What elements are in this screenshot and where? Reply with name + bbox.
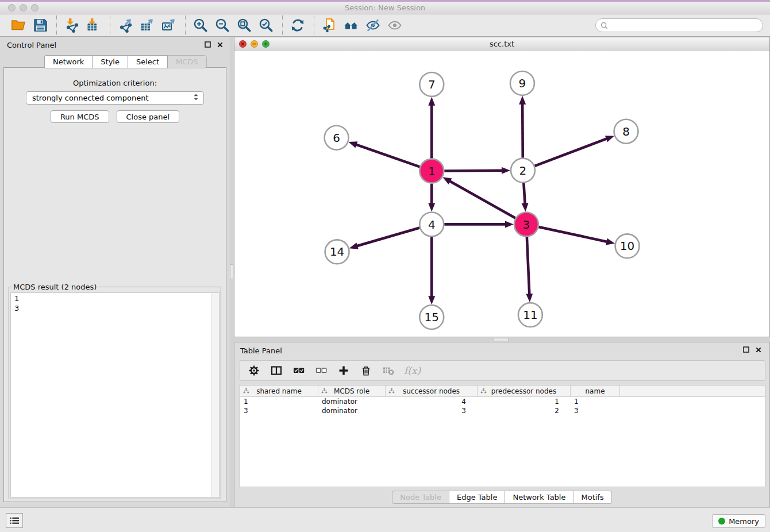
graph-edge-1-2[interactable]	[444, 171, 503, 171]
eye-button[interactable]	[387, 17, 404, 34]
graph-node-4[interactable]: 4	[419, 212, 444, 236]
column-header-name[interactable]: name	[571, 385, 620, 396]
select-all-button[interactable]	[292, 364, 306, 377]
graph-edge-3-10[interactable]	[538, 227, 608, 242]
search-box[interactable]	[595, 18, 763, 32]
save-button[interactable]	[32, 17, 49, 34]
minimize-window-button[interactable]	[20, 4, 27, 11]
cell-successor-nodes[interactable]: 3	[386, 407, 478, 415]
export-network-button[interactable]	[117, 17, 134, 34]
refresh-layout-button[interactable]	[290, 17, 307, 34]
graph-edge-4-14[interactable]	[356, 228, 419, 246]
node-table[interactable]: shared nameMCDS rolesuccessor nodesprede…	[240, 385, 765, 487]
tab-network-table[interactable]: Network Table	[505, 491, 573, 504]
table-row[interactable]: 1dominator411	[240, 397, 765, 406]
import-network-button[interactable]	[64, 17, 81, 34]
result-scrollbar[interactable]	[211, 293, 219, 497]
tab-motifs[interactable]: Motifs	[573, 491, 611, 504]
table-panel-controls	[743, 346, 761, 353]
graph-node-9[interactable]: 9	[510, 71, 534, 95]
add-button[interactable]	[337, 364, 351, 377]
graph-node-11[interactable]: 11	[518, 303, 542, 327]
close-window-button[interactable]	[8, 4, 16, 11]
graph-node-1[interactable]: 1	[419, 159, 444, 183]
gear-button[interactable]	[247, 364, 261, 377]
float-panel-icon[interactable]	[205, 41, 211, 48]
cell-name[interactable]: 1	[571, 398, 620, 406]
close-panel-icon[interactable]	[756, 347, 761, 353]
eye-slash-button[interactable]	[365, 17, 382, 34]
network-canvas[interactable]: 7968124314101511	[234, 51, 769, 337]
horizontal-splitter[interactable]	[234, 337, 770, 342]
tab-edge-table[interactable]: Edge Table	[449, 491, 505, 504]
float-panel-icon[interactable]	[743, 346, 749, 353]
zoom-fit-button[interactable]	[236, 17, 253, 34]
column-header-predecessor-nodes[interactable]: predecessor nodes	[478, 385, 571, 396]
zoom-out-button[interactable]	[214, 17, 232, 34]
import-table-icon	[86, 18, 102, 33]
copy-network-document-button[interactable]	[321, 17, 338, 34]
cell-successor-nodes[interactable]: 4	[386, 398, 478, 406]
cell-shared-name[interactable]: 1	[240, 398, 318, 406]
open-folder-button[interactable]	[10, 17, 28, 34]
task-history-button[interactable]	[6, 513, 23, 528]
mcds-result-item: 3	[14, 303, 210, 313]
table-row[interactable]: 3dominator323	[240, 406, 765, 415]
graph-node-3[interactable]: 3	[514, 212, 538, 236]
column-header-successor-nodes[interactable]: successor nodes	[386, 385, 478, 396]
splitter-handle[interactable]	[230, 264, 233, 279]
columns-icon	[271, 365, 282, 376]
two-houses-button[interactable]	[343, 17, 360, 34]
graph-edge-1-6[interactable]	[355, 144, 420, 167]
run-mcds-button[interactable]: Run MCDS	[51, 110, 109, 123]
graph-node-15[interactable]: 15	[419, 305, 444, 329]
memory-button[interactable]: Memory	[712, 514, 765, 528]
splitter-handle[interactable]	[494, 338, 509, 341]
svg-text:2: 2	[519, 164, 527, 178]
export-image-button[interactable]	[161, 17, 178, 34]
cell-MCDS-role[interactable]: dominator	[318, 407, 386, 415]
tab-select[interactable]: Select	[128, 55, 168, 68]
tab-mcds[interactable]: MCDS	[168, 55, 207, 68]
vertical-splitter[interactable]	[230, 37, 234, 508]
zoom-window-button[interactable]	[31, 4, 38, 11]
tab-network[interactable]: Network	[44, 55, 93, 68]
minimize-network-button[interactable]	[251, 40, 258, 48]
graph-edge-3-1[interactable]	[449, 180, 515, 218]
graph-node-6[interactable]: 6	[325, 126, 349, 150]
trash-button[interactable]	[359, 364, 373, 377]
export-table-button[interactable]	[139, 17, 156, 34]
cell-predecessor-nodes[interactable]: 2	[478, 407, 571, 415]
graph-edge-2-3[interactable]	[523, 183, 525, 205]
mcds-result-list[interactable]: 13	[10, 292, 220, 498]
search-input[interactable]	[611, 21, 758, 30]
maximize-network-button[interactable]	[262, 40, 270, 48]
columns-button[interactable]	[270, 364, 283, 377]
graph-node-8[interactable]: 8	[614, 119, 638, 144]
search-icon	[600, 22, 608, 29]
column-header-shared-name[interactable]: shared name	[240, 385, 318, 396]
close-network-button[interactable]	[239, 40, 247, 48]
column-header-MCDS-role[interactable]: MCDS role	[318, 385, 386, 396]
unselect-all-icon	[315, 365, 327, 376]
import-table-button[interactable]	[86, 17, 103, 34]
cell-MCDS-role[interactable]: dominator	[318, 398, 386, 406]
graph-edge-2-8[interactable]	[534, 138, 607, 166]
tab-node-table[interactable]: Node Table	[392, 491, 449, 504]
close-panel-button[interactable]: Close panel	[117, 110, 180, 123]
zoom-selected-button[interactable]	[258, 17, 275, 34]
graph-node-14[interactable]: 14	[325, 240, 349, 264]
tab-style[interactable]: Style	[93, 55, 128, 68]
graph-edge-2-9[interactable]	[522, 103, 523, 158]
unselect-all-button[interactable]	[314, 364, 328, 377]
cell-shared-name[interactable]: 3	[240, 407, 318, 415]
graph-node-2[interactable]: 2	[511, 159, 535, 183]
graph-edge-3-11[interactable]	[527, 237, 530, 295]
cell-predecessor-nodes[interactable]: 1	[478, 398, 571, 406]
close-panel-icon[interactable]	[217, 42, 223, 48]
criterion-dropdown[interactable]: strongly connected component	[26, 91, 204, 105]
graph-node-10[interactable]: 10	[615, 234, 640, 258]
graph-node-7[interactable]: 7	[419, 72, 444, 97]
zoom-in-button[interactable]	[192, 17, 210, 34]
cell-name[interactable]: 3	[571, 407, 620, 415]
